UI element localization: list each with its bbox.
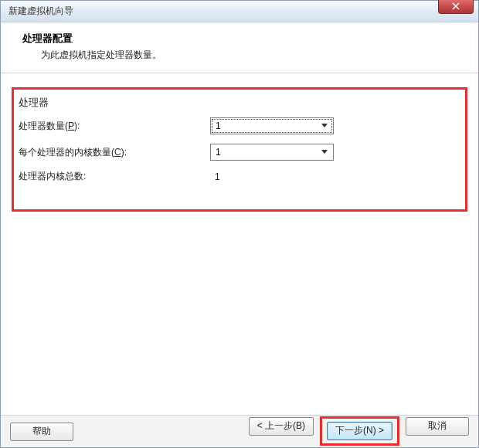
wizard-window: 新建虚拟机向导 处理器配置 为此虚拟机指定处理器数量。 处理器 处理器数量(P)… bbox=[0, 0, 479, 448]
cores-per-processor-label: 每个处理器的内核数量(C): bbox=[19, 146, 210, 159]
highlight-box: 处理器 处理器数量(P): 1 每个处理器的内核数量(C): 1 bbox=[12, 87, 467, 212]
processor-count-select[interactable]: 1 bbox=[210, 117, 334, 134]
chevron-down-icon bbox=[318, 145, 331, 159]
button-bar: 帮助 < 上一步(B) 下一步(N) > 取消 bbox=[1, 415, 478, 447]
processor-count-label: 处理器数量(P): bbox=[19, 120, 210, 133]
help-button[interactable]: 帮助 bbox=[10, 423, 73, 441]
total-cores-label: 处理器内核总数: bbox=[19, 170, 210, 183]
chevron-down-icon bbox=[318, 119, 331, 133]
cores-per-processor-value: 1 bbox=[216, 147, 221, 158]
close-icon bbox=[452, 2, 460, 10]
content-area: 处理器 处理器数量(P): 1 每个处理器的内核数量(C): 1 bbox=[1, 73, 478, 212]
processor-section-label: 处理器 bbox=[17, 96, 457, 110]
processor-count-row: 处理器数量(P): 1 bbox=[17, 117, 457, 134]
next-button[interactable]: 下一步(N) > bbox=[327, 422, 392, 440]
total-cores-row: 处理器内核总数: 1 bbox=[17, 170, 457, 183]
page-subtitle: 为此虚拟机指定处理器数量。 bbox=[41, 49, 457, 62]
window-title: 新建虚拟机向导 bbox=[8, 5, 73, 18]
cores-per-processor-row: 每个处理器的内核数量(C): 1 bbox=[17, 144, 457, 161]
total-cores-value: 1 bbox=[210, 171, 220, 182]
close-button[interactable] bbox=[438, 0, 474, 14]
cancel-button[interactable]: 取消 bbox=[406, 417, 469, 436]
titlebar: 新建虚拟机向导 bbox=[1, 1, 478, 22]
next-button-highlight: 下一步(N) > bbox=[320, 416, 399, 446]
page-title: 处理器配置 bbox=[22, 32, 457, 46]
header-panel: 处理器配置 为此虚拟机指定处理器数量。 bbox=[1, 22, 478, 73]
cores-per-processor-select[interactable]: 1 bbox=[210, 144, 334, 161]
processor-count-value: 1 bbox=[216, 120, 221, 131]
nav-button-group: < 上一步(B) 下一步(N) > 取消 bbox=[249, 417, 469, 446]
back-button[interactable]: < 上一步(B) bbox=[249, 417, 314, 436]
